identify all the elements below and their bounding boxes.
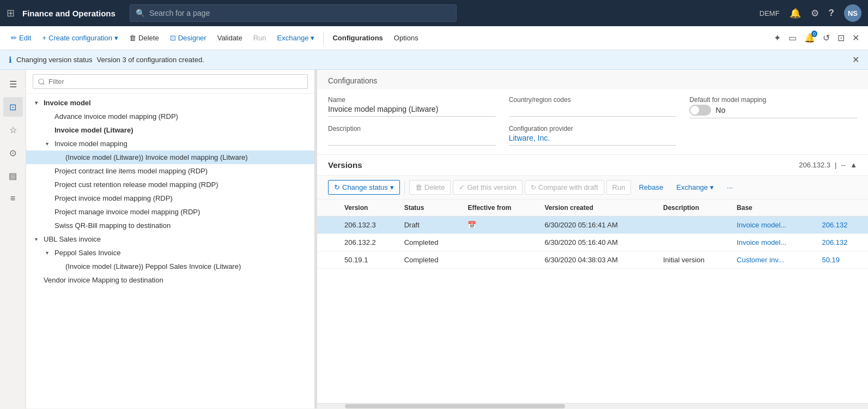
tree-item-label: UBL Sales invoice [44,235,101,243]
name-value: Invoice model mapping (Litware) [328,105,496,117]
versions-toolbar: ↻ Change status ▾ 🗑 Delete ✓ Get this ve… [317,176,868,200]
provider-label: Configuration provider [509,125,677,133]
global-search[interactable]: 🔍 Search for a page [130,4,457,22]
help-icon[interactable]: ? [829,8,834,19]
tree-item[interactable]: Project contract line items model mappin… [26,164,314,178]
notification-close-button[interactable]: ✕ [852,55,859,65]
sidebar-star-icon[interactable]: ☆ [3,120,23,140]
versions-run-button[interactable]: Run [606,180,632,195]
tree-item[interactable]: Invoice model (Litware) [26,123,314,137]
compare-with-draft-button[interactable]: ↻ Compare with draft [525,180,604,195]
validate-button[interactable]: Validate [213,31,247,45]
cell-base: Invoice model... [731,234,816,251]
table-row[interactable]: 206.132.2Completed6/30/2020 05:16:40 AMI… [317,234,868,251]
get-version-icon: ✓ [459,183,465,191]
tree-item-label: Invoice model (Litware) [54,126,133,134]
tree-item[interactable]: Vendor invoice Mapping to destination [26,273,314,287]
user-label: DEMF [760,9,780,17]
run-button[interactable]: Run [249,31,271,45]
tree-item[interactable]: Project invoice model mapping (RDP) [26,191,314,205]
sidebar-history-icon[interactable]: ⊙ [3,143,23,163]
notification-bar: ℹ Changing version status Version 3 of c… [0,50,868,70]
table-row[interactable]: 50.19.1Completed6/30/2020 04:38:03 AMIni… [317,251,868,269]
sidebar-menu-icon[interactable]: ☰ [3,74,23,94]
tree-filter-input[interactable] [33,74,308,89]
cell-status: Completed [399,234,463,251]
toggle-switch[interactable] [689,105,711,116]
cell-effective-from [462,234,539,251]
change-status-button[interactable]: ↻ Change status ▾ [328,180,400,195]
tree-item-label: Swiss QR-Bill mapping to destination [54,221,171,230]
restore-icon[interactable]: ⊡ [835,31,847,45]
designer-button[interactable]: ⊡ Designer [166,31,211,45]
versions-table: Version Status Effective from Version cr… [317,200,868,403]
horizontal-scrollbar[interactable] [317,403,868,408]
chevron-down-icon: ▾ [114,34,118,42]
tree-item-label: (Invoice model (Litware)) Peppol Sales I… [65,262,241,270]
notification-badge-icon[interactable]: 🔔0 [802,31,817,45]
pin-icon[interactable]: ✦ [772,31,783,45]
description-field-group: Description [328,125,496,146]
bell-icon[interactable]: 🔔 [790,8,801,19]
sidebar-table-icon[interactable]: ▤ [3,166,23,185]
default-mapping-value: No [689,105,857,118]
grid-icon[interactable]: ⊞ [7,7,15,19]
cell-description [658,234,731,251]
exchange-button[interactable]: Exchange ▾ [273,31,319,45]
cell-base-version: 50.19 [817,251,868,269]
designer-icon: ⊡ [170,34,176,42]
col-base: Base [731,200,868,216]
country-field-group: Country/region codes [509,96,677,118]
exchange-chevron: ▾ [710,183,714,191]
sidebar-list-icon[interactable]: ≡ [3,189,23,208]
more-button[interactable]: ··· [721,181,738,194]
refresh-icon[interactable]: ↺ [821,31,832,45]
change-status-chevron: ▾ [390,183,394,191]
sidebar-filter-icon[interactable]: ⊡ [3,97,23,117]
country-label: Country/region codes [509,96,677,104]
trash-icon: 🗑 [129,34,136,42]
avatar[interactable]: NS [844,4,861,22]
configurations-button[interactable]: Configurations [328,31,387,45]
delete-button[interactable]: 🗑 Delete [125,31,163,45]
tree-item[interactable]: Project cust retention release model map… [26,178,314,191]
tree-item-label: Project contract line items model mappin… [54,167,208,175]
calendar-icon[interactable]: 📅 [468,221,476,229]
provider-field-group: Configuration provider Litware, Inc. [509,125,677,146]
tree-filter-area [26,70,314,94]
versions-header: Versions 206.132.3 | -- ▲ [317,155,868,176]
tree-item[interactable]: (Invoice model (Litware)) Invoice model … [26,151,314,164]
create-configuration-button[interactable]: + Create configuration ▾ [38,31,123,45]
close-icon[interactable]: ✕ [850,31,861,45]
toolbar-separator-1 [323,32,324,45]
default-mapping-label: Default for model mapping [689,96,857,104]
version-display: 206.132.3 [799,161,830,169]
options-button[interactable]: Options [390,31,423,45]
tree-item[interactable]: ▾Invoice model [26,96,314,110]
nav-up-icon[interactable]: ▲ [850,161,857,169]
toolbar-right: ✦ ▭ 🔔0 ↺ ⊡ ✕ [772,31,861,45]
tree-item[interactable]: Advance invoice model mapping (RDP) [26,110,314,123]
panel-icon[interactable]: ▭ [786,31,799,45]
default-mapping-field-group: Default for model mapping No [689,96,857,118]
provider-value[interactable]: Litware, Inc. [509,134,677,146]
versions-meta: 206.132.3 | -- ▲ [799,161,857,169]
table-row[interactable]: 206.132.3Draft📅6/30/2020 05:16:41 AMInvo… [317,216,868,234]
tree-item[interactable]: ▾Invoice model mapping [26,137,314,151]
tree-item[interactable]: ▾UBL Sales invoice [26,232,314,246]
get-this-version-button[interactable]: ✓ Get this version [453,180,522,195]
tree-chevron: ▾ [46,141,52,147]
versions-delete-button[interactable]: 🗑 Delete [409,180,451,195]
settings-icon[interactable]: ⚙ [811,8,819,19]
meta-separator: | [835,161,836,169]
rebase-button[interactable]: Rebase [633,181,669,194]
tree-item[interactable]: ▾Peppol Sales Invoice [26,246,314,260]
tree-item[interactable]: (Invoice model (Litware)) Peppol Sales I… [26,260,314,273]
versions-exchange-button[interactable]: Exchange ▾ [671,181,719,194]
edit-button[interactable]: ✏ Edit [7,31,35,45]
tree-item[interactable]: Swiss QR-Bill mapping to destination [26,219,314,232]
scrollbar-thumb[interactable] [345,404,565,408]
country-value [509,105,677,117]
cell-description: Initial version [658,251,731,269]
tree-item[interactable]: Project manage invoice model mapping (RD… [26,205,314,219]
